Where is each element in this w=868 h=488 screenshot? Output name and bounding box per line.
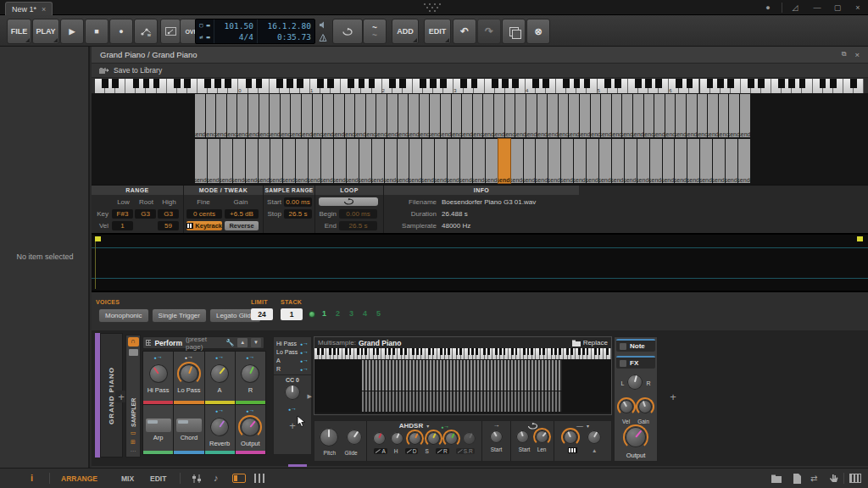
editor-close-icon[interactable]: × — [854, 50, 860, 59]
limit-value[interactable]: 24 — [251, 308, 273, 320]
view-tab-mix[interactable]: MIX — [121, 474, 134, 483]
sample-zone[interactable]: Boesendorfer — [650, 139, 662, 183]
multisample-display[interactable]: Multisample: Grand Piano Replace — [314, 336, 612, 415]
file-browser-icon[interactable] — [793, 474, 802, 484]
black-key[interactable] — [432, 348, 435, 355]
pitch-knob[interactable] — [320, 428, 338, 448]
black-key[interactable] — [717, 79, 724, 88]
sample-end-handle[interactable] — [857, 236, 863, 241]
black-key[interactable] — [361, 348, 364, 355]
black-key[interactable] — [499, 348, 502, 355]
voice-mode-button[interactable]: Monophonic — [98, 308, 149, 323]
play-menu-button[interactable]: PLAY — [32, 19, 59, 44]
sample-zone[interactable]: Boesendorfer — [259, 139, 270, 183]
sample-zone[interactable]: Boesendorfer — [452, 94, 462, 137]
black-key[interactable] — [460, 79, 467, 88]
sample-zone[interactable]: Boesendorfer — [270, 139, 282, 183]
sample-zone[interactable]: Boesendorfer — [726, 139, 737, 183]
sample-zone[interactable]: Boesendorfer — [385, 139, 397, 183]
black-key[interactable] — [444, 348, 447, 355]
black-key[interactable] — [321, 348, 324, 355]
black-key[interactable] — [635, 79, 642, 88]
black-key[interactable] — [337, 348, 340, 355]
sample-zone[interactable]: Boesendorfer — [498, 139, 510, 183]
black-key[interactable] — [345, 348, 348, 355]
black-key[interactable] — [373, 348, 376, 355]
black-key[interactable] — [566, 348, 569, 355]
black-key[interactable] — [820, 79, 826, 88]
sample-zone[interactable]: Boesendorfer — [622, 94, 632, 137]
black-key[interactable] — [487, 348, 490, 355]
sample-zone[interactable]: Boesendorfer — [698, 94, 708, 137]
sample-start-marker[interactable] — [95, 236, 96, 289]
punch-in-icon[interactable]: ▢ ▬ — [199, 22, 210, 29]
black-key[interactable] — [333, 348, 336, 355]
loop-button[interactable] — [332, 19, 363, 44]
glide-knob[interactable] — [347, 430, 362, 446]
sample-zone[interactable]: Boesendorfer — [524, 139, 536, 183]
sample-zone[interactable]: Boesendorfer — [633, 94, 643, 137]
sample-zone[interactable]: Boesendorfer — [713, 139, 725, 183]
black-key[interactable] — [440, 79, 447, 88]
sample-zone[interactable]: Boesendorfer — [281, 94, 291, 137]
sample-zone[interactable]: Boesendorfer — [687, 94, 697, 137]
stack-option[interactable]: 1 — [322, 309, 326, 318]
keytrack-dropdown-icon[interactable]: ▾ — [587, 423, 589, 429]
black-key[interactable] — [420, 348, 423, 355]
black-key[interactable] — [404, 348, 407, 355]
sample-zone[interactable]: Boesendorfer — [486, 139, 498, 183]
black-key[interactable] — [606, 348, 609, 355]
sample-zone[interactable]: Boesendorfer — [675, 139, 687, 183]
sample-zone[interactable]: Boesendorfer — [569, 94, 579, 137]
sample-zone[interactable]: Boesendorfer — [347, 139, 359, 183]
black-key[interactable] — [687, 79, 693, 88]
sample-zone[interactable]: Boesendorfer — [537, 94, 548, 137]
sample-zone[interactable]: Boesendorfer — [422, 139, 434, 183]
sample-zone[interactable]: Boesendorfer — [637, 139, 649, 183]
envelope-dropdown-icon[interactable]: ▾ — [426, 423, 429, 429]
black-key[interactable] — [364, 348, 367, 355]
sample-zone[interactable]: Boesendorfer — [398, 94, 409, 137]
sample-zone[interactable]: Boesendorfer — [216, 94, 226, 137]
sample-zone[interactable]: Boesendorfer — [334, 94, 344, 137]
sample-zone[interactable]: Boesendorfer — [515, 94, 526, 137]
play-button[interactable]: ▶ — [60, 19, 84, 44]
device-scrollbar[interactable] — [288, 464, 307, 467]
black-key[interactable] — [276, 79, 283, 88]
sample-zone[interactable]: Boesendorfer — [612, 139, 624, 183]
gain-knob[interactable] — [638, 400, 652, 415]
black-key[interactable] — [582, 348, 585, 355]
voice-mode-button[interactable]: Single Trigger — [152, 308, 207, 323]
modulator-grid-icon[interactable]: ⊞ — [131, 439, 136, 446]
popout-icon[interactable]: ⧉ — [842, 50, 847, 59]
sample-zone[interactable]: Boesendorfer — [505, 94, 515, 137]
black-key[interactable] — [448, 348, 450, 355]
sample-zone[interactable]: Boesendorfer — [625, 139, 637, 183]
remote-cell[interactable]: ●→ Hi Pass — [143, 352, 173, 404]
black-key[interactable] — [420, 79, 426, 88]
black-key[interactable] — [376, 348, 379, 355]
remote-cell[interactable]: ●→ A — [205, 352, 235, 404]
sample-zone[interactable]: Boesendorfer — [740, 94, 750, 137]
black-key[interactable] — [184, 79, 191, 88]
remote-knob[interactable] — [241, 364, 259, 385]
black-key[interactable] — [502, 79, 509, 88]
sample-zone[interactable]: Boesendorfer — [460, 139, 472, 183]
remote-page-header[interactable]: Perform (preset page) 🔧 ▲ ▼ — [142, 336, 264, 349]
replace-button[interactable]: Replace — [572, 339, 608, 347]
delete-button[interactable]: ⊗ — [526, 19, 550, 44]
time-value[interactable]: 0:35.73 — [277, 32, 311, 42]
sample-zone[interactable]: Boesendorfer — [259, 94, 270, 137]
mapping-browser-icon[interactable]: ⇄ — [810, 474, 817, 483]
black-key[interactable] — [102, 79, 108, 88]
keytrack-amount-knob[interactable] — [564, 430, 577, 446]
sample-zone[interactable]: Boesendorfer — [248, 94, 259, 137]
sample-zone[interactable]: Boesendorfer — [313, 94, 323, 137]
position-display[interactable]: 16.1.2.80 0:35.73 — [257, 19, 314, 43]
project-tab[interactable]: New 1* × — [5, 2, 53, 15]
remote-knob[interactable] — [149, 364, 168, 385]
key-root-value[interactable]: G3 — [135, 209, 156, 219]
black-key[interactable] — [143, 79, 150, 88]
sample-zone[interactable]: Boesendorfer — [334, 139, 346, 183]
tempo-display[interactable]: 101.50 4/4 — [214, 19, 257, 43]
